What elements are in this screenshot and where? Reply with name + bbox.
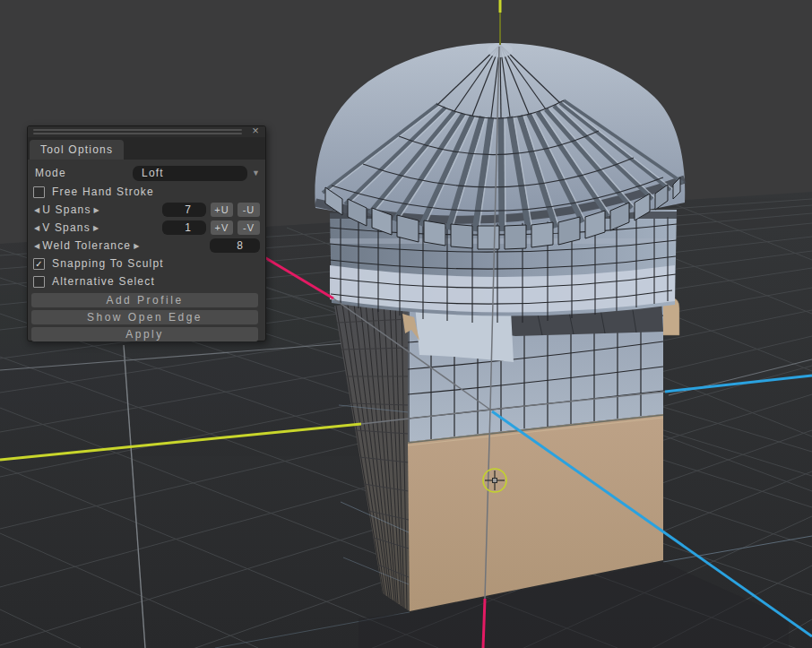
drag-grip-icon[interactable] bbox=[33, 129, 242, 136]
weld-tolerance-decrease-arrow-icon[interactable]: ◀ bbox=[31, 242, 42, 250]
v-spans-label: V Spans bbox=[42, 221, 91, 234]
u-spans-row: ◀ U Spans ▶ 7 +U -U bbox=[31, 201, 260, 219]
panel-titlebar[interactable]: × bbox=[28, 126, 265, 137]
free-hand-stroke-checkbox[interactable] bbox=[33, 186, 45, 198]
panel-body: Mode Loft ▼ Free Hand Stroke ◀ U Spans ▶… bbox=[28, 160, 265, 341]
u-spans-minus-button[interactable]: -U bbox=[238, 203, 260, 217]
tool-options-panel: × Tool Options Mode Loft ▼ Free Hand Str… bbox=[27, 125, 266, 341]
snapping-to-sculpt-label: Snapping To Sculpt bbox=[52, 257, 164, 270]
mode-dropdown[interactable]: Loft bbox=[133, 166, 247, 181]
apply-button[interactable]: Apply bbox=[31, 327, 258, 341]
axis-pink-bottom bbox=[483, 599, 485, 648]
weld-tolerance-increase-arrow-icon[interactable]: ▶ bbox=[131, 242, 142, 250]
alternative-select-row: Alternative Select bbox=[31, 272, 260, 290]
snapping-to-sculpt-row: ✓ Snapping To Sculpt bbox=[31, 255, 260, 272]
v-spans-decrease-arrow-icon[interactable]: ◀ bbox=[31, 224, 42, 232]
free-hand-stroke-label: Free Hand Stroke bbox=[52, 186, 154, 198]
weld-tolerance-label: Weld Tolerance bbox=[42, 239, 131, 252]
u-spans-decrease-arrow-icon[interactable]: ◀ bbox=[31, 206, 42, 214]
v-spans-value[interactable]: 1 bbox=[162, 220, 206, 235]
brush-cursor bbox=[483, 469, 506, 492]
alternative-select-checkbox[interactable] bbox=[33, 276, 45, 288]
close-icon[interactable]: × bbox=[249, 125, 262, 137]
free-hand-stroke-row: Free Hand Stroke bbox=[31, 183, 260, 201]
mode-row: Mode Loft ▼ bbox=[31, 163, 260, 183]
chevron-down-icon[interactable]: ▼ bbox=[247, 168, 260, 177]
u-spans-plus-button[interactable]: +U bbox=[211, 203, 233, 217]
u-spans-label: U Spans bbox=[42, 203, 91, 216]
tab-tool-options[interactable]: Tool Options bbox=[30, 140, 124, 160]
v-spans-minus-button[interactable]: -V bbox=[238, 220, 260, 235]
mode-label: Mode bbox=[31, 167, 66, 179]
weld-tolerance-value[interactable]: 8 bbox=[210, 238, 260, 253]
u-spans-value[interactable]: 7 bbox=[162, 203, 206, 217]
v-spans-increase-arrow-icon[interactable]: ▶ bbox=[91, 224, 101, 232]
weld-tolerance-row: ◀ Weld Tolerance ▶ 8 bbox=[31, 237, 260, 255]
u-spans-increase-arrow-icon[interactable]: ▶ bbox=[91, 206, 102, 214]
v-spans-plus-button[interactable]: +V bbox=[211, 220, 233, 235]
snapping-to-sculpt-checkbox[interactable]: ✓ bbox=[33, 258, 45, 270]
alternative-select-label: Alternative Select bbox=[52, 275, 155, 288]
panel-tab-row: Tool Options bbox=[28, 137, 265, 160]
v-spans-row: ◀ V Spans ▶ 1 +V -V bbox=[31, 219, 260, 237]
add-profile-button[interactable]: Add Profile bbox=[31, 293, 258, 307]
show-open-edge-button[interactable]: Show Open Edge bbox=[31, 310, 258, 324]
3d-viewport[interactable]: × Tool Options Mode Loft ▼ Free Hand Str… bbox=[0, 0, 812, 648]
